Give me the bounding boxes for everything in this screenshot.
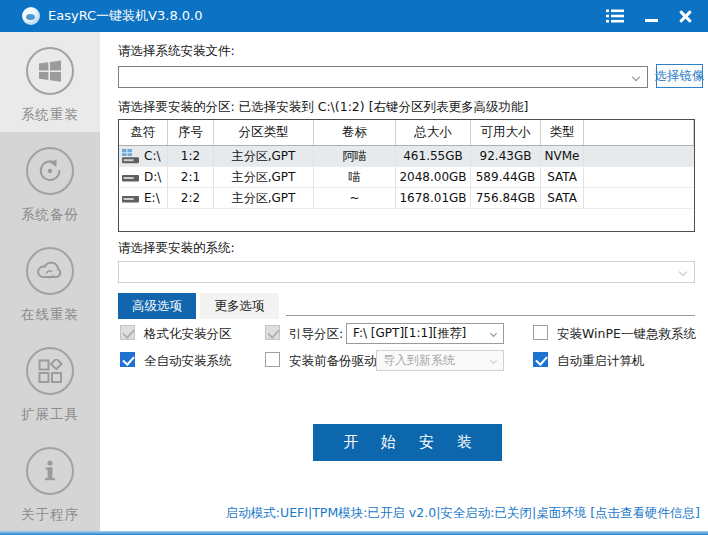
sidebar-item-online-reinstall[interactable]: 在线重装 — [0, 232, 100, 332]
drive-letter: E:\ — [144, 191, 160, 205]
close-button[interactable] — [670, 0, 700, 32]
format-partition-label: 格式化安装分区 — [144, 326, 232, 343]
partition-table: 盘符 序号 分区类型 卷标 总大小 可用大小 类型 — [118, 119, 695, 232]
backup-drivers-select: 导入到新系统 — [376, 350, 504, 371]
column-header: 卷标 — [314, 120, 396, 145]
auto-restart-checkbox[interactable] — [533, 352, 548, 367]
hardware-status-bar[interactable]: 启动模式:UEFI|TPM模块:已开启 v2.0|安全启动:已关闭|桌面环境 [… — [226, 505, 700, 522]
backup-drivers-checkbox[interactable] — [265, 352, 280, 367]
bus-cell: SATA — [541, 188, 584, 208]
close-icon — [678, 9, 692, 23]
auto-install-label: 全自动安装系统 — [144, 353, 232, 370]
type-cell: 主分区,GPT — [214, 146, 314, 166]
chevron-down-icon — [632, 73, 640, 81]
drive-letter: C:\ — [144, 149, 160, 163]
column-header: 盘符 — [119, 120, 168, 145]
row-spacer — [584, 146, 694, 166]
drive-letter: D:\ — [144, 170, 161, 184]
start-install-button[interactable]: 开 始 安 装 — [313, 424, 502, 461]
sidebar-item-label: 系统备份 — [21, 206, 79, 224]
column-header: 序号 — [168, 120, 214, 145]
windows-icon — [26, 47, 74, 95]
install-winpe-label: 安装WinPE一键急救系统 — [557, 326, 696, 343]
titlebar: EasyRC一键装机V3.8.0.0 — [0, 0, 708, 32]
index-cell: 1:2 — [168, 146, 214, 166]
backup-restore-icon — [26, 147, 74, 195]
row-spacer — [584, 167, 694, 187]
minimize-icon — [645, 19, 658, 22]
total-cell: 1678.01GB — [396, 188, 471, 208]
sidebar-item-extension-tools[interactable]: 扩展工具 — [0, 332, 100, 432]
window-title: EasyRC一键装机V3.8.0.0 — [48, 0, 202, 32]
drive-e-icon — [122, 191, 141, 206]
image-file-label: 请选择系统安装文件: — [118, 43, 235, 60]
chevron-down-icon — [490, 330, 497, 337]
extension-tools-icon — [26, 347, 74, 395]
total-cell: 2048.00GB — [396, 167, 471, 187]
free-cell: 92.43GB — [471, 146, 541, 166]
total-cell: 461.55GB — [396, 146, 471, 166]
type-cell: 主分区,GPT — [214, 188, 314, 208]
boot-partition-checkbox — [265, 325, 280, 340]
column-header: 类型 — [541, 120, 584, 145]
auto-install-checkbox[interactable] — [120, 352, 135, 367]
backup-drivers-value: 导入到新系统 — [383, 352, 455, 369]
format-partition-checkbox — [120, 325, 135, 340]
tab-more-options[interactable]: 更多选项 — [200, 293, 279, 319]
tab-divider-line — [286, 315, 695, 316]
install-winpe-checkbox[interactable] — [533, 325, 548, 340]
drive-cell: E:\ — [119, 188, 168, 208]
table-row-drive-c[interactable]: C:\ 1:2 主分区,GPT 阿喵 461.55GB 92.43GB NVMe — [119, 146, 694, 167]
app-logo-icon — [22, 7, 40, 25]
minimize-button[interactable] — [636, 0, 666, 32]
backup-drivers-label: 安装前备份驱动: — [289, 353, 381, 370]
drive-c-icon — [122, 149, 141, 164]
chevron-down-icon — [679, 268, 687, 276]
free-cell: 589.44GB — [471, 167, 541, 187]
bus-cell: NVMe — [541, 146, 584, 166]
volume-cell: 阿喵 — [314, 146, 396, 166]
column-header: 总大小 — [396, 120, 471, 145]
sidebar-item-label: 系统重装 — [21, 106, 79, 124]
table-row-drive-e[interactable]: E:\ 2:2 主分区,GPT ~ 1678.01GB 756.84GB SAT… — [119, 188, 694, 209]
sidebar-item-label: 在线重装 — [21, 306, 79, 324]
column-header-spacer — [584, 120, 694, 145]
sidebar-item-system-backup[interactable]: 系统备份 — [0, 132, 100, 232]
sidebar: 系统重装 系统备份 在线重装 — [0, 32, 100, 531]
drive-d-icon — [122, 170, 141, 185]
app-window: EasyRC一键装机V3.8.0.0 — [0, 0, 708, 535]
system-combobox[interactable] — [118, 261, 695, 283]
table-row-drive-d[interactable]: D:\ 2:1 主分区,GPT 喵 2048.00GB 589.44GB SAT… — [119, 167, 694, 188]
cloud-reinstall-icon — [26, 247, 74, 295]
boot-partition-label: 引导分区: — [289, 326, 343, 343]
sidebar-item-about[interactable]: 关于程序 — [0, 432, 100, 532]
index-cell: 2:2 — [168, 188, 214, 208]
sidebar-item-label: 扩展工具 — [21, 406, 79, 424]
window-bottom-border — [0, 531, 708, 535]
drive-cell: C:\ — [119, 146, 168, 166]
chevron-down-icon — [490, 357, 497, 364]
column-header: 分区类型 — [214, 120, 314, 145]
sidebar-item-system-reinstall[interactable]: 系统重装 — [0, 32, 100, 132]
type-cell: 主分区,GPT — [214, 167, 314, 187]
volume-cell: 喵 — [314, 167, 396, 187]
drive-cell: D:\ — [119, 167, 168, 187]
partition-label: 请选择要安装的分区: 已选择安装到 C:\(1:2) [右键分区列表更多高级功能… — [118, 99, 528, 116]
menu-button[interactable] — [600, 0, 630, 32]
row-spacer — [584, 188, 694, 208]
boot-partition-select[interactable]: F:\ [GPT][1:1][推荐] — [346, 323, 504, 344]
volume-cell: ~ — [314, 188, 396, 208]
system-select-label: 请选择要安装的系统: — [118, 240, 235, 257]
choose-image-button[interactable]: 选择镜像 — [656, 64, 703, 88]
column-header: 可用大小 — [471, 120, 541, 145]
tab-advanced-options[interactable]: 高级选项 — [118, 293, 196, 319]
list-icon — [606, 9, 624, 23]
sidebar-item-label: 关于程序 — [21, 506, 79, 524]
image-file-combobox[interactable] — [118, 66, 648, 88]
main-panel: 请选择系统安装文件: 搜索镜像 选择镜像 请选择要安装的分区: 已选择安装到 C… — [100, 32, 708, 531]
index-cell: 2:1 — [168, 167, 214, 187]
free-cell: 756.84GB — [471, 188, 541, 208]
bus-cell: SATA — [541, 167, 584, 187]
partition-table-header: 盘符 序号 分区类型 卷标 总大小 可用大小 类型 — [119, 120, 694, 146]
about-info-icon — [26, 447, 74, 495]
